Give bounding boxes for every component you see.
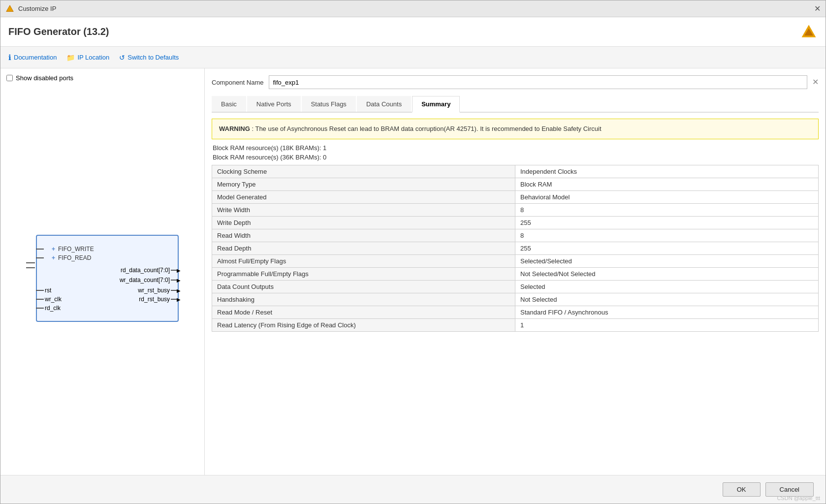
left-panel: Show disabled ports (0, 68, 205, 475)
rd-data-label: rd_data_count[7:0] (121, 267, 170, 274)
show-disabled-checkbox[interactable] (6, 75, 13, 81)
port-wr-rst-busy: wr_rst_busy ▶ (138, 287, 170, 294)
table-cell-value: Selected/Selected (515, 254, 819, 267)
wr-rst-arrow: ▶ (177, 288, 181, 293)
table-cell-label: Write Width (212, 203, 515, 216)
close-button[interactable]: ✕ (814, 5, 821, 13)
table-row: Model GeneratedBehavioral Model (212, 190, 819, 203)
fifo-block: + FIFO_WRITE + FIFO_READ rd_data_ (36, 235, 179, 322)
tab-status-flags[interactable]: Status Flags (302, 96, 356, 112)
table-row: Read Latency (From Rising Edge of Read C… (212, 318, 819, 331)
wr-rst-busy-label: wr_rst_busy (138, 287, 170, 294)
table-row: Memory TypeBlock RAM (212, 178, 819, 190)
wire-wr-clk (36, 299, 44, 300)
component-name-label: Component Name (212, 79, 264, 86)
summary-table: Clocking SchemeIndependent ClocksMemory … (212, 165, 819, 332)
table-cell-label: Model Generated (212, 190, 515, 203)
table-cell-label: Read Mode / Reset (212, 306, 515, 318)
main-window: Customize IP ✕ FIFO Generator (13.2) ℹ D… (0, 0, 826, 504)
lower-ports: rst wr_rst_busy ▶ (45, 287, 170, 312)
table-row: Clocking SchemeIndependent Clocks (212, 165, 819, 178)
resource-18k: Block RAM resource(s) (18K BRAMs): 1 (212, 144, 819, 152)
table-cell-label: Clocking Scheme (212, 165, 515, 178)
table-cell-value: Block RAM (515, 178, 819, 190)
wire-fifo-read (36, 257, 44, 258)
watermark: CSDN @apple_ttt (777, 495, 820, 501)
component-name-input[interactable] (269, 75, 808, 89)
table-cell-value: Not Selected/Not Selected (515, 267, 819, 280)
tab-summary[interactable]: Summary (412, 96, 460, 113)
table-cell-value: 8 (515, 203, 819, 216)
wire-fifo-write (36, 249, 44, 250)
rd-clk-label: rd_clk (45, 305, 61, 312)
diagram-area: + FIFO_WRITE + FIFO_READ rd_data_ (6, 88, 198, 469)
table-cell-value: 1 (515, 318, 819, 331)
info-icon: ℹ (8, 53, 11, 62)
refresh-icon: ↺ (119, 54, 125, 62)
title-bar: Customize IP ✕ (0, 0, 826, 17)
table-row: Read Mode / ResetStandard FIFO / Asynchr… (212, 306, 819, 318)
table-cell-label: Handshaking (212, 293, 515, 306)
rd-rst-busy-label: rd_rst_busy (139, 296, 170, 303)
table-row: Write Depth255 (212, 216, 819, 229)
toolbar: ℹ Documentation 📁 IP Location ↺ Switch t… (0, 47, 826, 68)
vivado-logo (800, 23, 818, 41)
wr-clk-label: wr_clk (45, 296, 62, 303)
table-cell-value: 255 (515, 216, 819, 229)
table-row: Write Width8 (212, 203, 819, 216)
wire-rd-clk (36, 308, 44, 309)
component-name-row: Component Name ✕ (212, 75, 819, 89)
wire-1 (26, 262, 35, 263)
port-fifo-read: + FIFO_READ (45, 254, 170, 261)
table-cell-label: Read Latency (From Rising Edge of Read C… (212, 318, 515, 331)
table-cell-label: Write Depth (212, 216, 515, 229)
table-cell-value: Behavioral Model (515, 190, 819, 203)
port-rd-clk: rd_clk (45, 304, 170, 312)
port-read-label: FIFO_READ (58, 254, 91, 261)
tab-native-ports[interactable]: Native Ports (247, 96, 301, 112)
switch-defaults-button[interactable]: ↺ Switch to Defaults (119, 54, 179, 62)
tab-data-counts[interactable]: Data Counts (357, 96, 411, 112)
table-cell-label: Read Depth (212, 242, 515, 254)
table-row: Almost Full/Empty FlagsSelected/Selected (212, 254, 819, 267)
table-cell-value: Selected (515, 280, 819, 293)
folder-icon: 📁 (66, 54, 75, 62)
table-row: HandshakingNot Selected (212, 293, 819, 306)
app-header: FIFO Generator (13.2) (0, 17, 826, 47)
port-rd-data: rd_data_count[7:0] ▶ (121, 267, 170, 274)
svg-marker-0 (6, 5, 13, 11)
tab-content-summary: WARNING : The use of Asynchronous Reset … (212, 119, 819, 468)
wr-data-label: wr_data_count[7:0] (120, 277, 170, 284)
cancel-button[interactable]: Cancel (765, 482, 814, 497)
table-cell-value: Not Selected (515, 293, 819, 306)
table-cell-label: Read Width (212, 229, 515, 242)
ip-location-label: IP Location (77, 54, 109, 61)
resource-36k: Block RAM resource(s) (36K BRAMs): 0 (212, 154, 819, 161)
left-conn-2 (26, 267, 35, 268)
fifo-diagram: + FIFO_WRITE + FIFO_READ rd_data_ (26, 235, 179, 322)
tab-basic[interactable]: Basic (212, 96, 246, 112)
port-wr-data: wr_data_count[7:0] ▶ (120, 277, 170, 284)
wire-2 (26, 267, 35, 268)
table-cell-label: Data Count Outputs (212, 280, 515, 293)
ip-location-button[interactable]: 📁 IP Location (66, 54, 109, 62)
component-name-clear-button[interactable]: ✕ (812, 78, 819, 86)
ok-button[interactable]: OK (723, 482, 761, 497)
documentation-button[interactable]: ℹ Documentation (8, 53, 57, 62)
tabs-bar: Basic Native Ports Status Flags Data Cou… (212, 96, 819, 113)
content-area: Show disabled ports (0, 68, 826, 475)
documentation-label: Documentation (14, 54, 57, 61)
table-cell-value: 8 (515, 229, 819, 242)
table-row: Read Width8 (212, 229, 819, 242)
port-rst: rst (45, 287, 51, 294)
table-cell-label: Memory Type (212, 178, 515, 190)
app-icon (5, 4, 14, 13)
footer: OK Cancel (0, 475, 826, 504)
port-wr-clk: wr_clk (45, 295, 62, 303)
table-row: Data Count OutputsSelected (212, 280, 819, 293)
table-cell-value: 255 (515, 242, 819, 254)
table-cell-label: Almost Full/Empty Flags (212, 254, 515, 267)
port-wrclk-row: wr_clk rd_rst_busy ▶ (45, 295, 170, 303)
title-bar-left: Customize IP (5, 4, 56, 13)
wr-data-arrow: ▶ (177, 278, 181, 283)
